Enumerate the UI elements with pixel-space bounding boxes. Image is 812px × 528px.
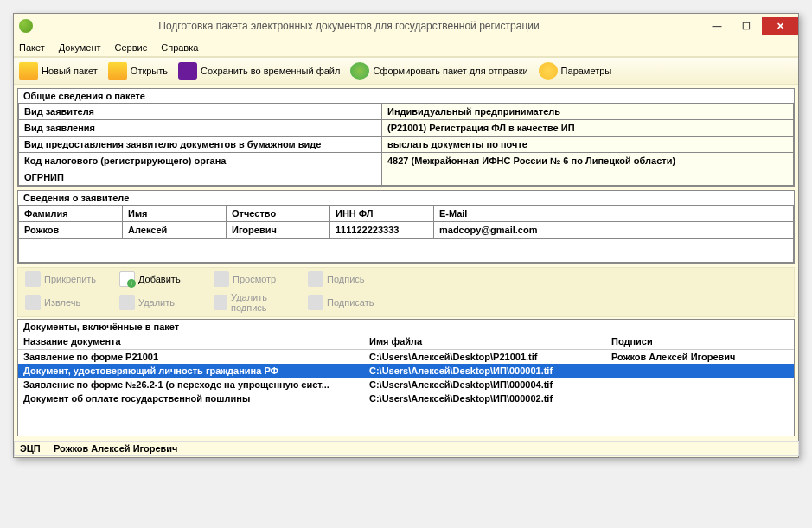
- doc-name-cell: Заявление по форме №26.2-1 (о переходе н…: [18, 378, 364, 391]
- add-button[interactable]: Добавить: [116, 270, 207, 289]
- do-sign-label: Подписать: [327, 297, 374, 308]
- status-name: Рожков Алексей Игоревич: [48, 441, 799, 456]
- menu-packet[interactable]: Пакет: [19, 42, 45, 53]
- general-row: ОГРНИП: [19, 169, 794, 186]
- window-title: Подготовка пакета электронных документов…: [40, 20, 701, 32]
- documents-group: Документы, включённые в пакет Название д…: [17, 319, 795, 436]
- form-packet-label: Сформировать пакет для отправки: [373, 66, 527, 76]
- doc-sign-cell: Рожков Алексей Игоревич: [606, 350, 794, 365]
- app-icon: [19, 19, 33, 33]
- documents-toolbar: Прикрепить Добавить Просмотр Подпись Изв…: [17, 267, 795, 317]
- col-firstname: Имя: [123, 206, 227, 222]
- doc-name-cell: Заявление по форме Р21001: [18, 350, 364, 365]
- documents-title: Документы, включённые в пакет: [18, 320, 794, 334]
- col-email: E-Mail: [434, 206, 794, 222]
- document-row[interactable]: Документ об оплате государственной пошли…: [18, 391, 794, 405]
- general-value[interactable]: 4827 (Межрайонная ИФНС России № 6 по Лип…: [382, 153, 794, 169]
- applicant-table: Фамилия Имя Отчество ИНН ФЛ E-Mail Рожко…: [18, 205, 794, 263]
- menu-help[interactable]: Справка: [161, 42, 198, 53]
- extract-label: Извлечь: [44, 297, 80, 308]
- col-inn: ИНН ФЛ: [330, 206, 434, 222]
- document-row[interactable]: Заявление по форме №26.2-1 (о переходе н…: [18, 378, 794, 391]
- doc-name-cell: Документ об оплате государственной пошли…: [18, 391, 364, 405]
- do-sign-button: Подписать: [304, 290, 395, 315]
- cell-middlename: Игоревич: [227, 222, 330, 239]
- minimize-button[interactable]: —: [703, 17, 731, 35]
- general-row: Вид заявления(Р21001) Регистрация ФЛ в к…: [19, 120, 794, 137]
- applicant-group: Сведения о заявителе Фамилия Имя Отчеств…: [17, 190, 795, 264]
- doc-file-cell: C:\Users\Алексей\Desktop\ИП\000001.tif: [364, 364, 606, 378]
- params-label: Параметры: [561, 66, 612, 76]
- general-value[interactable]: Индивидуальный предприниматель: [382, 104, 794, 120]
- titlebar[interactable]: Подготовка пакета электронных документов…: [14, 14, 798, 38]
- attach-icon: [25, 271, 41, 287]
- add-icon: [119, 271, 135, 287]
- sign-label: Подпись: [327, 274, 365, 284]
- doc-sign-cell: [606, 364, 794, 378]
- documents-header-row: Название документа Имя файла Подписи: [18, 334, 794, 350]
- app-window: Подготовка пакета электронных документов…: [13, 13, 799, 458]
- doc-sign-cell: [606, 378, 794, 391]
- applicant-row[interactable]: Рожков Алексей Игоревич 111122223333 mad…: [19, 222, 794, 239]
- sign-icon: [308, 271, 323, 287]
- new-packet-label: Новый пакет: [42, 66, 98, 76]
- cell-firstname: Алексей: [123, 222, 227, 239]
- document-row[interactable]: Заявление по форме Р21001C:\Users\Алексе…: [18, 350, 794, 365]
- extract-icon: [25, 295, 41, 310]
- col-lastname: Фамилия: [19, 206, 123, 222]
- statusbar: ЭЦП Рожков Алексей Игоревич: [14, 440, 798, 457]
- content-area: Общие сведения о пакете Вид заявителяИнд…: [14, 85, 798, 440]
- new-packet-button[interactable]: Новый пакет: [19, 62, 98, 80]
- check-icon: [350, 62, 369, 80]
- general-label: ОГРНИП: [19, 169, 382, 186]
- doc-file-cell: C:\Users\Алексей\Desktop\P21001.tif: [364, 350, 606, 365]
- col-doc-name: Название документа: [18, 334, 364, 350]
- view-button: Просмотр: [210, 270, 301, 289]
- general-row: Вид заявителяИндивидуальный предпринимат…: [19, 104, 794, 120]
- gear-icon: [539, 62, 558, 80]
- general-value[interactable]: выслать документы по почте: [382, 137, 794, 153]
- applicant-title: Сведения о заявителе: [18, 191, 794, 205]
- main-toolbar: Новый пакет Открыть Сохранить во временн…: [14, 57, 798, 85]
- cell-inn: 111122223333: [330, 222, 434, 239]
- general-row: Вид предоставления заявителю документов …: [19, 137, 794, 153]
- general-label: Код налогового (регистрирующего) органа: [19, 153, 382, 169]
- general-info-group: Общие сведения о пакете Вид заявителяИнд…: [17, 88, 795, 187]
- col-middlename: Отчество: [227, 206, 330, 222]
- general-label: Вид заявления: [19, 120, 382, 137]
- delete-button: Удалить: [116, 290, 207, 315]
- doc-sign-cell: [606, 391, 794, 405]
- documents-table: Название документа Имя файла Подписи Зая…: [18, 334, 794, 405]
- menu-document[interactable]: Документ: [59, 42, 101, 53]
- open-button[interactable]: Открыть: [108, 62, 168, 80]
- view-icon: [214, 271, 229, 287]
- document-row[interactable]: Документ, удостоверяющий личность гражда…: [18, 364, 794, 378]
- general-value[interactable]: [382, 169, 794, 186]
- params-button[interactable]: Параметры: [539, 62, 612, 80]
- folder-icon: [19, 62, 38, 80]
- cell-lastname: Рожков: [19, 222, 123, 239]
- open-label: Открыть: [131, 66, 168, 76]
- menubar: Пакет Документ Сервис Справка: [14, 38, 798, 57]
- delete-icon: [119, 295, 135, 310]
- save-temp-button[interactable]: Сохранить во временный файл: [178, 62, 340, 80]
- do-sign-icon: [308, 295, 323, 310]
- close-button[interactable]: ✕: [762, 17, 798, 35]
- doc-file-cell: C:\Users\Алексей\Desktop\ИП\000002.tif: [364, 391, 606, 405]
- add-label: Добавить: [138, 274, 181, 284]
- menu-service[interactable]: Сервис: [115, 42, 148, 53]
- general-label: Вид предоставления заявителю документов …: [19, 137, 382, 153]
- extract-button: Извлечь: [22, 290, 112, 315]
- maximize-button[interactable]: ☐: [732, 17, 760, 35]
- cell-email: madcopy@gmail.com: [434, 222, 794, 239]
- attach-label: Прикрепить: [44, 274, 96, 284]
- applicant-empty-space: [19, 239, 794, 263]
- save-temp-label: Сохранить во временный файл: [201, 66, 340, 76]
- general-info-title: Общие сведения о пакете: [18, 89, 794, 103]
- general-value[interactable]: (Р21001) Регистрация ФЛ в качестве ИП: [382, 120, 794, 137]
- form-packet-button[interactable]: Сформировать пакет для отправки: [350, 62, 527, 80]
- doc-file-cell: C:\Users\Алексей\Desktop\ИП\000004.tif: [364, 378, 606, 391]
- sign-button: Подпись: [304, 270, 395, 289]
- general-label: Вид заявителя: [19, 104, 382, 120]
- col-doc-file: Имя файла: [364, 334, 606, 350]
